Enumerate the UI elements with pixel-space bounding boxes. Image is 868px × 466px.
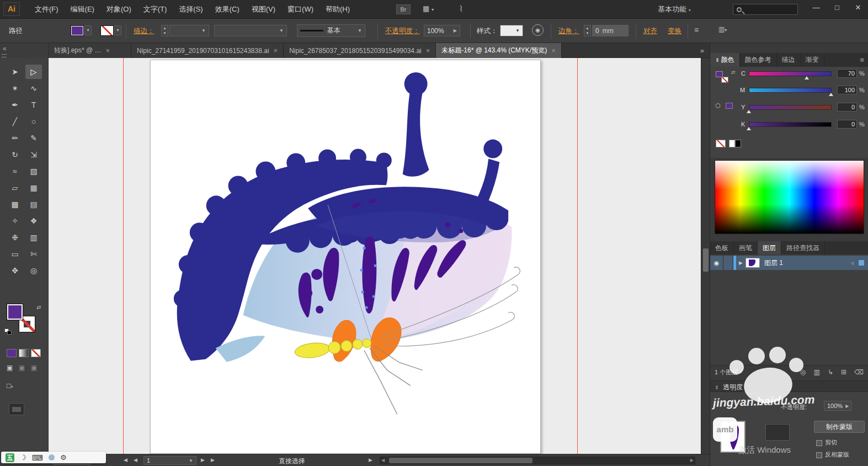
workspace-switcher[interactable]: 基本功能 ▾ xyxy=(658,0,691,19)
delete-layer-icon[interactable]: ⌫ xyxy=(850,368,868,376)
scroll-right-icon[interactable]: ▶ xyxy=(690,458,694,463)
ellipse-tool[interactable]: ○ xyxy=(25,114,42,129)
menu-object[interactable]: 对象(O) xyxy=(100,0,137,19)
selection-tool[interactable]: ➤ xyxy=(7,65,23,79)
pencil-tool[interactable]: ✎ xyxy=(25,131,42,145)
line-segment-tool[interactable]: ╱ xyxy=(7,114,23,129)
tab-swatches[interactable]: 色板 xyxy=(710,241,734,255)
tab-close-icon[interactable]: × xyxy=(106,46,110,55)
menu-window[interactable]: 窗口(W) xyxy=(281,0,319,19)
type-tool[interactable]: T xyxy=(25,98,42,112)
opacity-link[interactable]: 不透明度： xyxy=(385,27,420,36)
gradient-tool[interactable]: ▤ xyxy=(25,197,42,211)
vertical-scrollbar[interactable] xyxy=(701,58,710,454)
scroll-left-icon[interactable]: ◀ xyxy=(381,458,385,463)
align-link[interactable]: 对齐 xyxy=(643,27,657,36)
perspective-grid-tool[interactable]: ▦ xyxy=(25,181,42,195)
layer-target-icon[interactable]: ○ xyxy=(851,260,854,266)
fill-swatch[interactable] xyxy=(7,304,23,320)
bridge-button[interactable]: Br xyxy=(396,4,411,14)
clip-checkbox-row[interactable]: 剪切 xyxy=(816,438,837,447)
slider-c-value[interactable]: 70 xyxy=(837,69,857,78)
stroke-weight-link[interactable]: 描边： xyxy=(134,27,155,36)
mini-swap-icon[interactable]: ⇄ xyxy=(731,70,736,75)
layer-thumbnail[interactable] xyxy=(745,258,760,268)
corner-stepper[interactable]: ▲▼ xyxy=(584,25,591,36)
menu-edit[interactable]: 编辑(E) xyxy=(65,0,100,19)
slider-c-handle[interactable] xyxy=(805,76,809,80)
control-extra-caret[interactable]: ▥▾ xyxy=(718,25,727,33)
lasso-tool[interactable]: ∿ xyxy=(25,81,42,96)
maximize-button[interactable]: □ xyxy=(827,0,848,17)
close-button[interactable]: ✕ xyxy=(848,0,868,17)
horizontal-scrollbar-thumb[interactable] xyxy=(389,458,532,463)
default-fill-stroke-icon[interactable] xyxy=(4,329,12,335)
ime-mode-badge[interactable]: 五 xyxy=(6,453,14,462)
symbol-sprayer-tool[interactable]: ❉ xyxy=(7,230,23,245)
canvas-area[interactable] xyxy=(49,58,701,454)
slider-m-value[interactable]: 100 xyxy=(837,86,857,94)
tab-color[interactable]: ⇕颜色 xyxy=(710,53,740,67)
magic-wand-tool[interactable]: ✶ xyxy=(7,81,23,96)
rotate-tool[interactable]: ↻ xyxy=(7,147,23,162)
hand-tool[interactable]: ✥ xyxy=(7,263,23,278)
new-layer-icon[interactable]: ⊞ xyxy=(837,368,850,376)
menu-view[interactable]: 视图(V) xyxy=(246,0,281,19)
fill-color-caret[interactable]: ▾ xyxy=(84,25,92,35)
blend-tool[interactable]: ❖ xyxy=(25,214,42,228)
screen-mode-icon[interactable]: □▾ xyxy=(7,382,13,390)
transform-link[interactable]: 变换 xyxy=(668,27,681,36)
invert-mask-checkbox[interactable] xyxy=(816,452,822,458)
artboard[interactable] xyxy=(150,60,541,454)
pen-tool[interactable]: ✒ xyxy=(7,98,23,112)
mask-thumbnail-placeholder[interactable] xyxy=(765,424,790,441)
spin-up-icon[interactable]: ▲ xyxy=(162,27,168,30)
style-dropdown[interactable]: ▼ xyxy=(500,25,523,36)
tab-color-guide[interactable]: 颜色参考 xyxy=(740,53,777,67)
opacity-dropdown[interactable]: 100%▶ xyxy=(424,25,460,36)
layer-name[interactable]: 图层 1 xyxy=(764,258,783,268)
menu-help[interactable]: 帮助(H) xyxy=(319,0,356,19)
scale-tool[interactable]: ⇲ xyxy=(25,147,42,162)
white-swatch[interactable] xyxy=(729,140,735,147)
transparency-opacity-dropdown[interactable]: 100%▶ xyxy=(824,401,851,411)
layer-expand-icon[interactable]: ▶ xyxy=(736,260,745,266)
width-tool[interactable]: ≈ xyxy=(7,164,23,178)
eyedropper-tool[interactable]: ✧ xyxy=(7,214,23,228)
make-mask-button[interactable]: 制作蒙版 xyxy=(814,421,865,433)
transparency-panel-header[interactable]: ⇕ 透明度 xyxy=(710,380,868,392)
draw-normal-icon[interactable]: ▣ xyxy=(7,364,13,372)
layer-visibility-icon[interactable]: ◉ xyxy=(710,256,723,270)
tab-stroke[interactable]: 描边 xyxy=(777,53,801,67)
tab-close-icon[interactable]: × xyxy=(551,46,556,55)
brush-definition-dropdown[interactable]: 基本 ▼ xyxy=(297,24,365,37)
none-mode-button[interactable] xyxy=(31,349,41,357)
slider-k[interactable] xyxy=(749,122,832,127)
ime-keyboard-icon[interactable]: ⌨ xyxy=(32,453,43,462)
ime-user-icon[interactable] xyxy=(49,454,55,460)
shape-builder-tool[interactable]: ▱ xyxy=(7,181,23,195)
gradient-mode-button[interactable] xyxy=(19,349,29,357)
ime-moon-icon[interactable]: ☽ xyxy=(20,453,26,462)
free-transform-tool[interactable]: ▧ xyxy=(25,164,42,178)
menu-effect[interactable]: 效果(C) xyxy=(209,0,246,19)
menu-file[interactable]: 文件(F) xyxy=(29,0,65,19)
minimize-button[interactable]: — xyxy=(806,0,827,17)
slider-m[interactable] xyxy=(749,88,832,93)
artboard-nav-first-icon[interactable]: ◀ xyxy=(124,457,127,463)
document-tab-3[interactable]: Nipic_26785037_20180515203915499034.ai × xyxy=(284,43,436,58)
new-sublayer-icon[interactable]: ↳ xyxy=(824,368,837,376)
slider-k-handle[interactable] xyxy=(747,127,751,130)
mini-stroke-swatch[interactable] xyxy=(721,77,728,83)
paintbrush-tool[interactable]: ✏ xyxy=(7,131,23,145)
tab-pathfinder[interactable]: 路径查找器 xyxy=(781,241,825,255)
guide-left[interactable] xyxy=(123,58,124,454)
document-tab-1[interactable]: 转换].eps* @ … × xyxy=(49,43,131,58)
black-swatch[interactable] xyxy=(735,140,741,147)
color-panel-menu-icon[interactable]: ≡ xyxy=(855,53,868,67)
tab-layers[interactable]: 图层 xyxy=(758,241,781,255)
tab-close-icon[interactable]: × xyxy=(274,46,278,55)
variable-width-profile-dropdown[interactable]: ▼ xyxy=(214,25,287,36)
slider-y[interactable] xyxy=(749,105,832,110)
stroke-weight-dropdown[interactable]: ▼ xyxy=(169,25,209,36)
